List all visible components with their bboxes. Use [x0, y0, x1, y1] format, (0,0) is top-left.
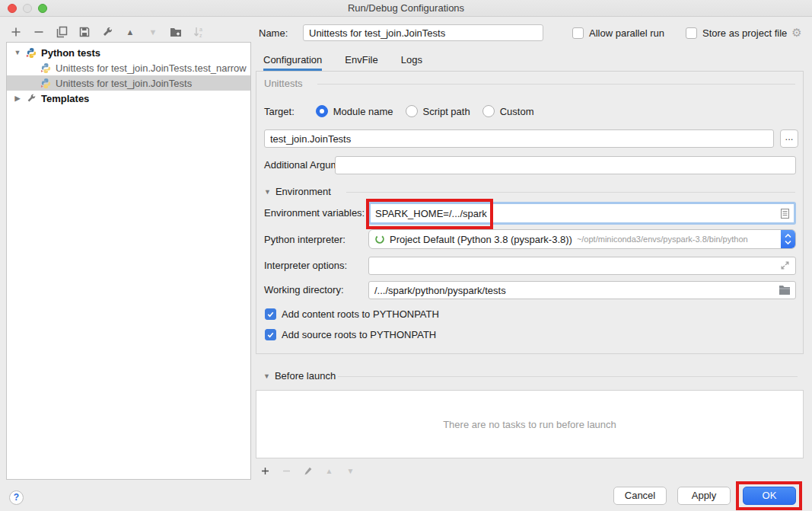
add-content-roots-checkbox[interactable]: Add content roots to PYTHONPATH [265, 308, 439, 320]
edit-task-button[interactable] [302, 465, 314, 477]
target-option-custom[interactable]: Custom [482, 105, 534, 117]
wrench-icon [26, 93, 37, 104]
browse-button[interactable]: ... [780, 129, 798, 148]
name-row: Name: Allow parallel run Store as projec… [259, 24, 806, 42]
checkbox-checked-icon[interactable] [265, 329, 276, 340]
module-name-input[interactable] [264, 129, 774, 148]
target-option-label: Custom [500, 106, 534, 117]
group-divider [346, 192, 795, 193]
checkbox-unchecked-icon[interactable] [572, 27, 584, 39]
tab-bar: Configuration EnvFile Logs [256, 50, 804, 71]
gear-icon[interactable]: ⚙ [791, 26, 801, 40]
checkbox-unchecked-icon[interactable] [686, 27, 697, 39]
move-down-button[interactable]: ▼ [146, 25, 160, 39]
copy-icon [56, 26, 68, 38]
environment-variables-input[interactable] [371, 205, 780, 222]
python-tests-icon [26, 47, 37, 59]
svg-text:a: a [199, 27, 202, 32]
group-divider [338, 376, 798, 377]
plus-icon [10, 26, 22, 38]
target-row: Target: Module name Script path Custom [264, 105, 533, 117]
cancel-button[interactable]: Cancel [613, 487, 667, 505]
allow-parallel-run-label: Allow parallel run [589, 27, 664, 39]
checkbox-checked-icon[interactable] [265, 308, 276, 320]
chevron-right-icon[interactable]: ▶ [13, 94, 22, 102]
move-task-up-button[interactable]: ▲ [323, 465, 335, 477]
tree-item-unittests-jointests[interactable]: Unittests for test_join.JoinTests [7, 75, 250, 91]
name-input[interactable] [303, 24, 543, 41]
save-icon [78, 26, 91, 38]
add-source-roots-checkbox[interactable]: Add source roots to PYTHONPATH [265, 329, 436, 340]
name-label: Name: [259, 27, 303, 39]
ok-button[interactable]: OK [743, 487, 796, 505]
folder-plus-icon [170, 26, 182, 38]
wrench-icon [101, 26, 113, 38]
edit-templates-button[interactable] [100, 25, 114, 39]
target-option-module-name[interactable]: Module name [316, 105, 393, 117]
interpreter-options-label: Interpreter options: [264, 260, 347, 271]
tree-item-label: Unittests for test_join.JoinTests [56, 78, 192, 89]
additional-arguments-input[interactable] [335, 156, 796, 174]
save-configuration-button[interactable] [78, 25, 91, 39]
group-divider [317, 84, 795, 85]
tree-item-unittests-test-narrow[interactable]: Unittests for test_join.JoinTests.test_n… [7, 60, 250, 75]
allow-parallel-run-checkbox[interactable]: Allow parallel run [572, 27, 664, 39]
move-task-down-button[interactable]: ▼ [345, 465, 356, 477]
configurations-tree: ▼ Python tests Unittests for test_join.J… [6, 42, 251, 480]
interpreter-options-input[interactable] [368, 257, 796, 275]
store-as-project-file-checkbox[interactable]: Store as project file [686, 27, 787, 39]
minus-icon [33, 26, 45, 38]
help-button[interactable]: ? [9, 490, 24, 505]
radio-unselected-icon[interactable] [406, 105, 418, 117]
target-option-script-path[interactable]: Script path [406, 105, 470, 117]
apply-button[interactable]: Apply [677, 487, 731, 505]
sort-configurations-button[interactable]: az [192, 25, 205, 39]
empty-task-list-message: There are no tasks to run before launch [443, 419, 616, 430]
pencil-icon [303, 466, 313, 476]
python-interpreter-label: Python interpreter: [264, 234, 345, 245]
add-task-button[interactable] [260, 465, 271, 477]
triangle-up-icon: ▲ [326, 467, 333, 475]
chevron-down-icon[interactable]: ▼ [13, 49, 22, 56]
expand-field-icon[interactable] [780, 260, 790, 270]
remove-task-button[interactable] [281, 465, 292, 477]
tree-item-python-tests[interactable]: ▼ Python tests [7, 45, 250, 60]
interpreter-env-icon [374, 234, 385, 244]
add-configuration-button[interactable] [9, 25, 23, 39]
tab-configuration[interactable]: Configuration [263, 54, 322, 71]
working-directory-label: Working directory: [264, 284, 344, 295]
working-directory-input[interactable] [368, 281, 796, 299]
before-launch-section-header[interactable]: ▼ Before launch [263, 370, 336, 382]
tree-item-templates[interactable]: ▶ Templates [7, 91, 250, 106]
tab-logs[interactable]: Logs [401, 54, 422, 71]
tree-item-label: Python tests [41, 47, 100, 59]
configuration-panel: Unittests Target: Module name Script pat… [256, 71, 804, 354]
environment-section-header[interactable]: ▼ Environment [264, 186, 331, 197]
before-launch-toolbar: ▲ ▼ [260, 463, 356, 478]
titlebar: Run/Debug Configurations [0, 0, 812, 17]
browse-env-vars-icon[interactable] [780, 208, 790, 219]
python-interpreter-select[interactable]: Project Default (Python 3.8 (pyspark-3.8… [368, 229, 796, 249]
copy-configuration-button[interactable] [55, 25, 68, 39]
new-folder-button[interactable] [169, 25, 183, 39]
move-up-button[interactable]: ▲ [123, 25, 137, 39]
environment-variables-label: Environment variables: [264, 207, 365, 219]
python-tests-icon [40, 62, 52, 74]
before-launch-label: Before launch [275, 370, 336, 382]
chevron-down-icon[interactable]: ▼ [264, 188, 271, 196]
svg-text:z: z [199, 33, 202, 38]
remove-configuration-button[interactable] [32, 25, 46, 39]
store-as-project-file-label: Store as project file [702, 27, 787, 39]
add-content-roots-label: Add content roots to PYTHONPATH [282, 308, 439, 320]
radio-selected-icon[interactable] [316, 105, 328, 117]
triangle-down-icon: ▼ [149, 27, 158, 37]
select-stepper-icon[interactable] [781, 229, 795, 249]
add-source-roots-label: Add source roots to PYTHONPATH [282, 329, 436, 340]
python-tests-icon [40, 78, 52, 89]
folder-icon[interactable] [779, 285, 791, 295]
radio-unselected-icon[interactable] [482, 105, 495, 117]
tree-item-label: Unittests for test_join.JoinTests.test_n… [56, 62, 247, 74]
chevron-down-icon[interactable]: ▼ [263, 372, 270, 380]
environment-variables-field[interactable] [368, 202, 796, 225]
tab-envfile[interactable]: EnvFile [345, 54, 377, 71]
